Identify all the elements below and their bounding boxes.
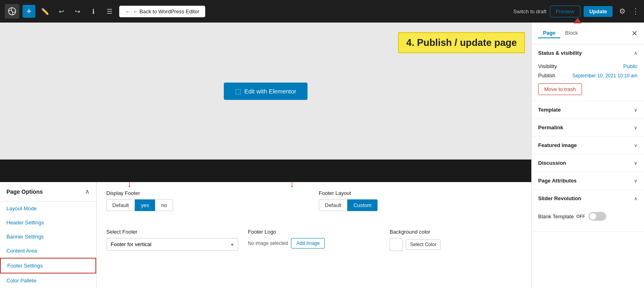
discussion-section: Discussion ∨ (532, 154, 644, 172)
sidebar-header: Page Options ∧ (0, 182, 96, 201)
template-chevron: ∨ (634, 107, 638, 113)
select-footer-section: Select Footer Footer for vertical 3. Sel… (106, 229, 238, 251)
wordpress-icon (8, 7, 16, 15)
sidebar-item-banner-settings[interactable]: Banner Settings (0, 230, 96, 244)
more-options-button[interactable]: ⋮ (632, 7, 639, 16)
preview-button[interactable]: Preview (550, 6, 580, 17)
color-swatch[interactable] (390, 238, 402, 251)
arrow-to-yes: ↓ (127, 182, 132, 189)
tab-page[interactable]: Page (538, 28, 560, 38)
slider-revolution-section: Slider Revolution ∧ Blank Template OFF (532, 190, 644, 232)
update-button[interactable]: Update (584, 6, 613, 17)
publish-label: Publish (538, 73, 555, 79)
footer-logo-area: No image selected Add Image (248, 238, 380, 249)
sidebar-item-footer-settings[interactable]: Footer Settings (0, 258, 96, 273)
permalink-title: Permalink (538, 124, 563, 131)
publish-callout: 4. Publish / update page (398, 32, 525, 53)
display-footer-label: Display Footer (106, 190, 309, 196)
status-chevron-up: ∧ (634, 50, 638, 56)
sidebar-collapse-button[interactable]: ∧ (85, 188, 90, 195)
status-visibility-title: Status & visibility (538, 50, 582, 56)
slider-revolution-title: Slider Revolution (538, 195, 581, 201)
add-block-button[interactable]: + (23, 5, 35, 18)
bg-color-area: Select Color (390, 238, 522, 251)
arrow-to-custom: ↓ (290, 182, 294, 189)
featured-image-title: Featured image (538, 142, 577, 148)
list-view-button[interactable]: ☰ (103, 5, 116, 18)
page-options-container: Page Options ∧ Layout Mode Header Settin… (0, 182, 531, 288)
edit-with-elementor-button[interactable]: ⬚ Edit with Elementor (224, 83, 308, 100)
select-color-button[interactable]: Select Color (406, 239, 441, 250)
footer-layout-default[interactable]: Default (319, 199, 347, 211)
footer-logo-section: Footer Logo No image selected Add Image (248, 229, 380, 251)
edit-icon-button[interactable]: ✏️ (39, 5, 52, 18)
visibility-label: Visibility (538, 63, 557, 69)
featured-image-header[interactable]: Featured image ∨ (532, 137, 644, 154)
publish-callout-text: 4. Publish / update page (406, 37, 517, 48)
move-to-trash-button[interactable]: Move to trash (538, 83, 582, 95)
switch-to-draft-button[interactable]: Switch to draft (513, 8, 546, 15)
select-footer-dropdown[interactable]: Footer for vertical (106, 238, 238, 251)
sidebar-item-header-settings[interactable]: Header Settings (0, 215, 96, 230)
back-label: ← Back to WordPress Editor (133, 8, 199, 15)
redo-button[interactable]: ↪ (71, 5, 84, 18)
undo-button[interactable]: ↩ (55, 5, 68, 18)
status-visibility-header[interactable]: Status & visibility ∧ (532, 44, 644, 62)
blank-template-label: Blank Template (538, 213, 574, 220)
footer-logo-label: Footer Logo (248, 229, 380, 235)
right-sidebar: Page Block ✕ Status & visibility ∧ Visib… (531, 23, 644, 288)
tab-block[interactable]: Block (560, 28, 583, 38)
add-image-button[interactable]: Add Image (291, 238, 325, 249)
sidebar-title: Page Options (6, 189, 43, 195)
publish-date[interactable]: September 10, 2021 10:10 am (572, 73, 638, 79)
page-attributes-section: Page Attributes ∨ (532, 172, 644, 190)
display-footer-no[interactable]: no (155, 199, 173, 211)
visibility-value[interactable]: Public (623, 63, 638, 69)
display-footer-default[interactable]: Default (106, 199, 135, 211)
slider-revolution-header[interactable]: Slider Revolution ∧ (532, 190, 644, 207)
right-sidebar-tabs: Page Block (538, 28, 583, 38)
display-footer-yes[interactable]: yes (135, 199, 155, 211)
settings-gear-button[interactable]: ⚙ (616, 5, 629, 18)
footer-layout-section: Footer Layout Default Custom (319, 190, 522, 211)
back-arrow-icon: ← (125, 8, 130, 15)
no-image-text: No image selected (248, 240, 288, 246)
select-footer-wrapper: Footer for vertical (106, 238, 238, 251)
page-attributes-chevron: ∨ (634, 178, 638, 184)
blank-template-toggle[interactable] (588, 212, 606, 221)
topbar: + ✏️ ↩ ↪ ℹ ☰ ← ← Back to WordPress Edito… (0, 0, 644, 23)
blank-template-toggle-group: OFF (576, 212, 606, 221)
discussion-header[interactable]: Discussion ∨ (532, 154, 644, 172)
display-footer-section: Display Footer Default yes no (106, 190, 309, 211)
page-attributes-title: Page Attributes (538, 178, 577, 184)
wp-logo (5, 4, 19, 19)
sidebar-item-color-pallete[interactable]: Color Pallete (0, 273, 96, 288)
bg-color-label: Background color (390, 229, 522, 235)
slider-revolution-chevron: ∧ (634, 196, 638, 201)
template-header[interactable]: Template ∨ (532, 101, 644, 118)
main-layout: 4. Publish / update page ⬚ Edit with Ele… (0, 23, 644, 288)
sidebar-item-content-area[interactable]: Content Area (0, 244, 96, 258)
select-footer-label: Select Footer (106, 229, 238, 235)
featured-image-section: Featured image ∨ (532, 137, 644, 154)
toggle-slider (588, 212, 606, 221)
back-to-wordpress-button[interactable]: ← ← Back to WordPress Editor (119, 6, 205, 17)
permalink-header[interactable]: Permalink ∨ (532, 119, 644, 136)
arrow-to-footer: ↑ (185, 285, 190, 288)
display-footer-toggle-group: Default yes no (106, 199, 309, 211)
info-button[interactable]: ℹ (87, 5, 100, 18)
template-title: Template (538, 107, 561, 113)
footer-layout-toggle-group: Default Custom (319, 199, 522, 211)
blank-template-row: Blank Template OFF (538, 207, 638, 226)
permalink-section: Permalink ∨ (532, 119, 644, 137)
close-sidebar-button[interactable]: ✕ (632, 29, 638, 38)
black-bar (0, 160, 531, 182)
footer-layout-custom[interactable]: Custom (347, 199, 378, 211)
page-attributes-header[interactable]: Page Attributes ∨ (532, 172, 644, 189)
content-area: 4. Publish / update page ⬚ Edit with Ele… (0, 23, 531, 288)
sidebar-item-layout-mode[interactable]: Layout Mode (0, 201, 96, 215)
footer-layout-label: Footer Layout (319, 190, 522, 196)
sidebar: Page Options ∧ Layout Mode Header Settin… (0, 182, 97, 288)
blank-template-off-label: OFF (576, 214, 585, 219)
right-sidebar-header: Page Block ✕ (532, 23, 644, 44)
